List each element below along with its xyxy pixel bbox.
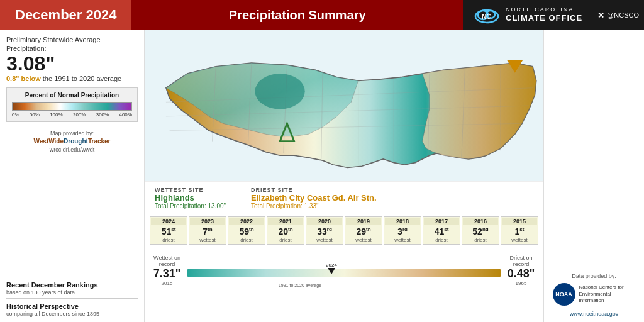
left-panel: Preliminary Statewide Average Precipitat… [0, 30, 145, 322]
map-area [145, 30, 543, 181]
legend-bar [12, 102, 132, 111]
hist-year-label: 2024 [326, 262, 337, 268]
legend-labels: 0% 50% 100% 200% 300% 400% [12, 112, 132, 118]
rankings-row: 2024 51st driest 2023 7th wettest 2022 5… [145, 214, 543, 252]
noaa-org-text: National Centers for Environmental Infor… [579, 284, 636, 304]
anomaly-context: the 1991 to 2020 average [43, 75, 121, 82]
rank-type: driest [268, 237, 303, 243]
hist-wet-year: 2015 [150, 280, 184, 286]
divider-1 [6, 298, 138, 299]
hist-wet-block: Wettest on record 7.31" 2015 [150, 255, 184, 286]
hist-bar-container: 2024 1991 to 2020 average [187, 261, 501, 280]
wettest-site-precip: Total Precipitation: 13.00" [155, 203, 226, 209]
rank-num: 33rd [317, 226, 332, 236]
main-content: Preliminary Statewide Average Precipitat… [0, 30, 644, 322]
rank-year: 2021 [268, 218, 303, 225]
rank-year: 2024 [151, 218, 186, 225]
rank-type: wettest [346, 237, 381, 243]
ncei-url: www.ncei.noaa.gov [570, 311, 619, 317]
legend-label-0: 0% [12, 112, 19, 118]
twitter-x-icon: ✕ [597, 11, 604, 20]
rank-year: 2016 [463, 218, 498, 225]
noaa-logo: NOAA National Centers for Environmental … [553, 283, 636, 306]
data-credit-label: Data provided by: [572, 273, 616, 279]
hist-avg-label: 1991 to 2020 average [279, 283, 321, 287]
hist-avg-marker: 2024 [326, 262, 337, 274]
rank-year: 2023 [190, 218, 225, 225]
legend-title-text: Percent of Normal Precipitation [25, 92, 119, 99]
logo-name: CLIMATE OFFICE [506, 13, 582, 24]
rank-num: 41st [435, 226, 449, 236]
nc-logo-icon: NC [473, 5, 501, 25]
legend-label-400: 400% [119, 112, 131, 118]
rank-cell-2023: 2023 7th wettest [189, 216, 226, 245]
rank-year: 2018 [385, 218, 420, 225]
svg-text:NC: NC [482, 13, 491, 20]
rank-num: 7th [203, 226, 212, 236]
map-credit-line1: Map provided by: [6, 130, 138, 138]
rank-type: wettest [385, 237, 420, 243]
rank-cell-2020: 2020 33rd wettest [306, 216, 343, 245]
rank-type: wettest [307, 237, 342, 243]
legend-label-200: 200% [73, 112, 86, 118]
precip-value: 3.08" [6, 53, 138, 74]
rank-num: 29th [356, 226, 370, 236]
twitter-text: @NCSCO [607, 11, 639, 19]
rank-cell-2017: 2017 41st driest [423, 216, 460, 245]
driest-site-precip: Total Precipitation: 1.33" [251, 203, 377, 209]
rank-type: wettest [502, 237, 537, 243]
driest-site: DRIEST SITE Elizabeth City Coast Gd. Air… [251, 187, 377, 209]
nc-map-svg [145, 30, 543, 181]
rank-num: 3rd [397, 226, 408, 236]
historical-row: Wettest on record 7.31" 2015 2024 1991 t… [145, 252, 543, 289]
hist-wet-label: Wettest on record [150, 255, 184, 267]
subtitle-text: Precipitation Summary [229, 8, 366, 23]
rank-cell-2024: 2024 51st driest [150, 216, 187, 245]
map-credit: Map provided by: WestWideDroughtTracker … [6, 130, 138, 154]
hist-dry-value: 0.48" [504, 267, 538, 280]
precip-anomaly: 0.8" below the 1991 to 2020 average [6, 75, 138, 82]
header: December 2024 Precipitation Summary NC N… [0, 0, 644, 30]
rank-num: 51st [162, 226, 176, 236]
rank-cell-2015: 2015 1st wettest [501, 216, 538, 245]
bottom-left: Recent December Rankings based on 130 ye… [6, 279, 138, 317]
historical-sub: comparing all Decembers since 1895 [6, 311, 138, 317]
rank-year: 2019 [346, 218, 381, 225]
legend-label-100: 100% [50, 112, 62, 118]
rank-year: 2015 [502, 218, 537, 225]
precip-unit: " [45, 52, 55, 75]
page-title: December 2024 [0, 0, 131, 30]
title-text: December 2024 [15, 7, 116, 23]
legend-section: Percent of Normal Precipitation 0% 50% 1… [6, 87, 138, 122]
twitter-handle: ✕ @NCSCO [592, 0, 644, 30]
hist-wet-value: 7.31" [150, 267, 184, 280]
rank-cell-2021: 2021 20th driest [267, 216, 304, 245]
driest-site-name: Elizabeth City Coast Gd. Air Stn. [251, 193, 377, 203]
legend-title: Percent of Normal Precipitation [12, 92, 132, 99]
rank-cell-2018: 2018 3rd wettest [384, 216, 421, 245]
rank-cell-2019: 2019 29th wettest [345, 216, 382, 245]
rank-cell-2016: 2016 52nd driest [462, 216, 499, 245]
logo-section: NC NORTH CAROLINA CLIMATE OFFICE [463, 0, 592, 30]
rank-year: 2017 [424, 218, 459, 225]
hist-dry-block: Driest on record 0.48" 1965 [504, 255, 538, 286]
hist-dry-year: 1965 [504, 280, 538, 286]
rank-num: 1st [515, 226, 525, 236]
map-credit-url: wrcc.dri.edu/wwdt [6, 146, 138, 154]
rank-num: 59th [239, 226, 253, 236]
anomaly-value: 0.8" [6, 75, 19, 82]
page-subtitle: Precipitation Summary [131, 0, 463, 30]
legend-label-300: 300% [96, 112, 109, 118]
rankings-label: Recent December Rankings [6, 281, 138, 289]
sites-row: WETTEST SITE Highlands Total Precipitati… [145, 181, 543, 214]
rank-type: wettest [190, 237, 225, 243]
precip-section: Preliminary Statewide Average Precipitat… [6, 35, 138, 82]
rank-type: driest [229, 237, 264, 243]
map-credit-link: WestWideDroughtTracker [6, 137, 138, 146]
rank-year: 2020 [307, 218, 342, 225]
rank-num: 20th [278, 226, 292, 236]
wettest-site: WETTEST SITE Highlands Total Precipitati… [155, 187, 226, 209]
driest-site-label: DRIEST SITE [251, 187, 377, 193]
rankings-sub: based on 130 years of data [6, 289, 138, 296]
hist-year-arrow [328, 268, 335, 274]
